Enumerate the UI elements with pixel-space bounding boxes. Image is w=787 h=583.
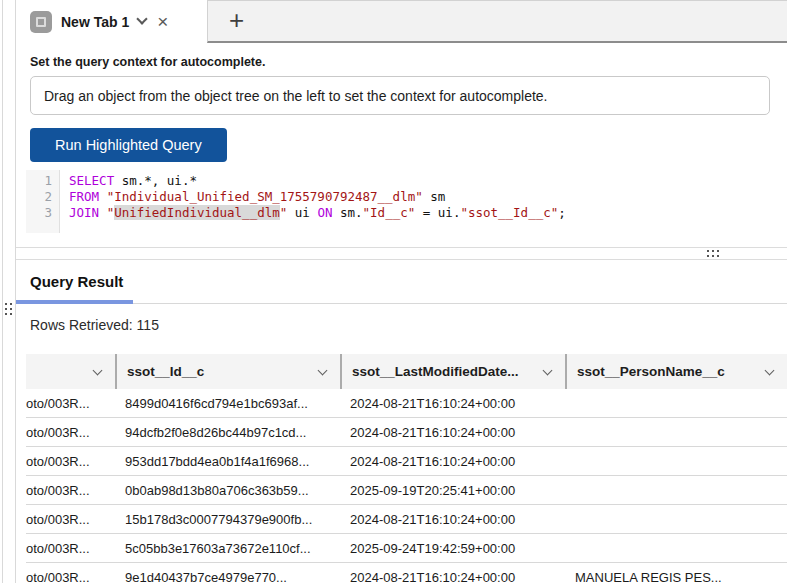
result-table-header: ssot__Id__cssot__LastModifiedDate...ssot… <box>26 354 787 389</box>
sql-token: sm. <box>332 205 362 220</box>
run-highlighted-query-button[interactable]: Run Highlighted Query <box>30 128 227 162</box>
result-table: ssot__Id__cssot__LastModifiedDate...ssot… <box>26 354 787 583</box>
sql-token: "ssot__Id__c" <box>460 205 558 220</box>
sql-token: = ui. <box>415 205 460 220</box>
table-cell: 2024-08-21T16:10:24+00:00 <box>340 425 565 440</box>
context-dropzone-text: Drag an object from the object tree on t… <box>44 88 548 104</box>
editor-tab-bar: New Tab 1 × + <box>16 0 787 43</box>
header-cell-ssot__LastModifiedDate...[interactable]: ssot__LastModifiedDate... <box>340 354 565 389</box>
sql-token <box>99 205 107 220</box>
left-rail-border <box>2 0 3 583</box>
code-line[interactable]: JOIN "UnifiedIndividual__dlm" ui ON sm."… <box>69 205 566 221</box>
horizontal-drag-handle-icon[interactable] <box>707 250 709 252</box>
sql-token: sm.*, ui.* <box>114 173 197 188</box>
context-instruction-label: Set the query context for autocomplete. <box>30 55 787 69</box>
sql-keyword: ON <box>317 205 332 220</box>
table-cell: 2024-08-21T16:10:24+00:00 <box>340 454 565 469</box>
table-cell: oto/003R... <box>26 512 115 527</box>
table-cell: 2025-09-19T20:25:41+00:00 <box>340 483 565 498</box>
table-cell: 9e1d40437b7ce4979e770... <box>115 570 340 583</box>
sql-keyword: FROM <box>69 189 99 204</box>
table-cell: MANUELA REGIS PES... <box>565 570 787 583</box>
editor-result-splitter[interactable] <box>16 247 787 260</box>
line-number: 1 <box>26 173 52 189</box>
table-cell: oto/003R... <box>26 396 115 411</box>
result-table-body: oto/003R...8499d0416f6cd794e1bc693af...2… <box>26 389 787 583</box>
query-result-tab[interactable]: Query Result <box>30 273 123 290</box>
tab-strip-background: + <box>207 0 787 43</box>
code-line[interactable]: SELECT sm.*, ui.* <box>69 173 566 189</box>
code-lines[interactable]: SELECT sm.*, ui.*FROM "Individual_Unifie… <box>60 170 566 233</box>
line-number: 2 <box>26 189 52 205</box>
sql-keyword: JOIN <box>69 205 99 220</box>
tab-label: New Tab 1 <box>61 14 129 30</box>
table-cell: 15b178d3c0007794379e900fb... <box>115 512 340 527</box>
tab-close-icon[interactable]: × <box>157 12 168 31</box>
table-cell: oto/003R... <box>26 570 115 583</box>
context-dropzone[interactable]: Drag an object from the object tree on t… <box>30 76 770 115</box>
line-number-gutter: 123 <box>26 170 60 233</box>
table-cell: 2025-09-24T19:42:59+00:00 <box>340 541 565 556</box>
active-tab-indicator <box>16 300 133 304</box>
header-cell-truncated[interactable] <box>26 354 115 389</box>
result-tab-underline <box>16 300 787 304</box>
column-menu-chevron-icon[interactable] <box>543 365 553 375</box>
tab-chevron-down-icon[interactable] <box>137 13 148 24</box>
column-menu-chevron-icon[interactable] <box>93 365 103 375</box>
table-cell: oto/003R... <box>26 541 115 556</box>
sql-token: ui <box>287 205 317 220</box>
header-label: ssot__LastModifiedDate... <box>352 364 519 379</box>
sql-token <box>99 189 107 204</box>
new-tab-button[interactable]: + <box>229 7 244 33</box>
column-menu-chevron-icon[interactable] <box>765 365 775 375</box>
table-row: oto/003R...15b178d3c0007794379e900fb...2… <box>26 505 787 534</box>
sql-token: "Id__c" <box>363 205 416 220</box>
sql-editor[interactable]: 123 SELECT sm.*, ui.*FROM "Individual_Un… <box>16 170 787 233</box>
code-line[interactable]: FROM "Individual_Unified_SM_175579079248… <box>69 189 566 205</box>
highlighted-identifier: UnifiedIndividual__dlm <box>114 205 280 220</box>
header-cell-ssot__Id__c[interactable]: ssot__Id__c <box>115 354 340 389</box>
table-row: oto/003R...94dcfb2f0e8d26bc44b97c1cd...2… <box>26 418 787 447</box>
table-cell: 953dd17bdd4ea0b1f4a1f6968... <box>115 454 340 469</box>
sql-keyword: SELECT <box>69 173 114 188</box>
sql-token: sm <box>423 189 446 204</box>
table-cell: 8499d0416f6cd794e1bc693af... <box>115 396 340 411</box>
table-cell: oto/003R... <box>26 425 115 440</box>
left-panel-splitter[interactable] <box>0 0 16 583</box>
table-row: oto/003R...953dd17bdd4ea0b1f4a1f6968...2… <box>26 447 787 476</box>
sql-token: ; <box>558 205 566 220</box>
table-row: oto/003R...0b0ab98d13b80a706c363b59...20… <box>26 476 787 505</box>
line-number: 3 <box>26 205 52 221</box>
table-cell: 5c05bb3e17603a73672e110cf... <box>115 541 340 556</box>
table-row: oto/003R...5c05bb3e17603a73672e110cf...2… <box>26 534 787 563</box>
table-cell: oto/003R... <box>26 454 115 469</box>
rows-retrieved-label: Rows Retrieved: 115 <box>30 317 787 333</box>
table-cell: 0b0ab98d13b80a706c363b59... <box>115 483 340 498</box>
header-cell-ssot__PersonName__c[interactable]: ssot__PersonName__c <box>565 354 787 389</box>
table-cell: 2024-08-21T16:10:24+00:00 <box>340 396 565 411</box>
vertical-drag-handle-icon[interactable] <box>5 303 7 305</box>
table-cell: 2024-08-21T16:10:24+00:00 <box>340 512 565 527</box>
header-label: ssot__Id__c <box>127 364 204 379</box>
table-row: oto/003R...9e1d40437b7ce4979e770...2024-… <box>26 563 787 583</box>
tab-notebook-icon <box>30 11 52 33</box>
table-cell: 94dcfb2f0e8d26bc44b97c1cd... <box>115 425 340 440</box>
table-cell: 2024-08-21T16:10:24+00:00 <box>340 570 565 583</box>
table-row: oto/003R...8499d0416f6cd794e1bc693af...2… <box>26 389 787 418</box>
query-workspace: New Tab 1 × + Set the query context for … <box>16 0 787 583</box>
column-menu-chevron-icon[interactable] <box>318 365 328 375</box>
header-label: ssot__PersonName__c <box>577 364 725 379</box>
tab-new-tab-1[interactable]: New Tab 1 × <box>16 0 207 43</box>
table-cell: oto/003R... <box>26 483 115 498</box>
sql-token: "Individual_Unified_SM_1755790792487__dl… <box>107 189 423 204</box>
